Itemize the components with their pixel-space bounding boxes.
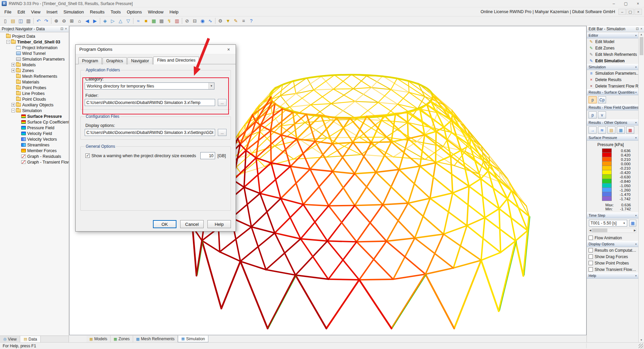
result-extremes-icon[interactable]: ▦ [626, 127, 634, 134]
dialog-close-icon[interactable]: × [222, 45, 236, 54]
model-icon[interactable]: ■ [142, 17, 150, 25]
tree-item-project-information[interactable]: Project Information [0, 45, 69, 50]
help-button[interactable]: Help [207, 220, 231, 228]
tree-item-wind-tunnel[interactable]: Wind Tunnel [0, 50, 69, 56]
tree-item-models[interactable]: +Models [0, 62, 69, 68]
tree-item-member-forces[interactable]: Member Forces [0, 148, 69, 153]
editbar-item-simulation-parameters[interactable]: ≡Simulation Parameters... [587, 70, 638, 76]
open-project-icon[interactable]: ▤ [9, 17, 17, 25]
collapse-icon[interactable]: − [11, 109, 15, 112]
zones-icon[interactable]: ▦ [150, 17, 158, 25]
undo-icon[interactable]: ↶ [35, 17, 42, 25]
view-in-z-icon[interactable]: ▽ [124, 17, 132, 25]
menu-window[interactable]: Window [145, 8, 166, 16]
flow-quantity-p-button[interactable]: p [589, 111, 597, 118]
zoom-window-icon[interactable]: ⊞ [68, 17, 76, 25]
editbar-item-edit-mesh-refinements[interactable]: ✎Edit Mesh Refinements [587, 51, 638, 58]
minimize-icon[interactable]: – [608, 0, 620, 7]
tree-item-pressure-field[interactable]: Pressure Field [0, 125, 69, 131]
dialog-tab-navigator[interactable]: Navigator [127, 57, 153, 64]
wind-tunnel-icon[interactable]: ≈ [134, 17, 142, 25]
viewport-tab-mesh-refinements[interactable]: ▩Mesh Refinements [133, 336, 178, 342]
viewport-tab-zones[interactable]: ▦Zones [111, 336, 133, 342]
tree-item-mesh-refinements[interactable]: Mesh Refinements [0, 73, 69, 79]
scrollbar-thumb[interactable] [640, 37, 643, 55]
display-option-results-on-computational[interactable]: Results on Computational ... [587, 247, 638, 253]
warning-size-input[interactable] [200, 152, 215, 159]
section-header-simulation[interactable]: Simulation ▾ [587, 64, 638, 70]
scroll-up-icon[interactable]: ▲ [640, 33, 643, 36]
streamline-icon[interactable]: ∿ [206, 17, 214, 25]
display-option-show-point-probes[interactable]: Show Point Probes [587, 260, 638, 266]
display-option-show-transient-flow-extre[interactable]: Show Transient Flow Extre... [587, 266, 638, 273]
section-header-display-options[interactable]: Display Options ▾ [587, 241, 638, 247]
section-header-surface-quantities[interactable]: Results - Surface Quantities ▾ [587, 89, 638, 95]
display-properties-icon[interactable]: ≡ [240, 17, 247, 25]
tree-item-surface-pressure[interactable]: Surface Pressure [0, 113, 69, 119]
slider-thumb[interactable] [592, 229, 607, 232]
tree-item-materials[interactable]: Materials [0, 79, 69, 85]
dialog-tab-files-and-directories[interactable]: Files and Directories [153, 57, 199, 64]
editbar-item-edit-simulation[interactable]: ✎Edit Simulation [587, 58, 638, 64]
folder-browse-button[interactable]: ... [218, 99, 227, 106]
results-icon[interactable]: ▥ [173, 17, 181, 25]
pin-icon[interactable]: ⊡ [61, 27, 63, 31]
dialog-titlebar[interactable]: Program Options × [76, 45, 236, 54]
tree-item-velocity-vectors[interactable]: Velocity Vectors [0, 136, 69, 142]
zoom-in-icon[interactable]: ⊕ [52, 17, 60, 25]
tree-item-project-data[interactable]: Project Data [0, 33, 69, 39]
edit-icon[interactable]: ✎ [232, 17, 240, 25]
result-values-icon[interactable]: → [589, 127, 597, 134]
edit-bar-scrollbar[interactable]: ▲ ▼ [638, 32, 644, 342]
clipping-plane-icon[interactable]: ⊘ [183, 17, 191, 25]
menu-simulation[interactable]: Simulation [61, 8, 87, 16]
tree-item-auxiliary-objects[interactable]: +Auxiliary Objects [0, 102, 69, 108]
category-select[interactable]: Working directory for temporary files ▼ [85, 82, 214, 90]
dialog-tab-program[interactable]: Program [78, 57, 102, 64]
next-view-icon[interactable]: ▶ [91, 17, 99, 25]
menu-file[interactable]: File [1, 8, 14, 16]
maximize-icon[interactable]: ▢ [620, 0, 632, 7]
menu-edit[interactable]: Edit [14, 8, 28, 16]
menu-help[interactable]: Help [166, 8, 182, 16]
tree-item-zones[interactable]: +Zones [0, 68, 69, 73]
mdi-close-icon[interactable]: × [635, 9, 642, 15]
redo-icon[interactable]: ↷ [42, 17, 50, 25]
tree-item-line-probes[interactable]: Line Probes [0, 91, 69, 96]
editbar-item-edit-zones[interactable]: ✎Edit Zones [587, 45, 638, 51]
transient-chart-button[interactable]: ▦ [629, 220, 636, 226]
menu-insert[interactable]: Insert [43, 8, 61, 16]
section-header-surface-pressure[interactable]: Surface Pressure ▾ [587, 135, 638, 141]
zoom-all-icon[interactable]: ⌂ [76, 17, 83, 25]
surface-quantity-cp-button[interactable]: Cp [598, 96, 606, 103]
tree-item-graph-transient-flow[interactable]: Graph - Transient Flow [0, 159, 69, 165]
filter-icon[interactable]: ▼ [224, 17, 232, 25]
program-options-icon[interactable]: ⚙ [216, 17, 224, 25]
menu-view[interactable]: View [28, 8, 43, 16]
flow-animation-option[interactable]: Flow Animation [587, 235, 638, 241]
tree-item-simulation[interactable]: −Simulation [0, 108, 69, 113]
section-header-flow-field-quantities[interactable]: Results - Flow Field Quantities ▾ [587, 104, 638, 110]
view-in-x-icon[interactable]: ▷ [109, 17, 117, 25]
expand-icon[interactable]: + [11, 63, 15, 67]
dialog-tab-graphics[interactable]: Graphics [103, 57, 127, 64]
flow-quantity-v-button[interactable]: v [598, 111, 606, 118]
tree-item-velocity-field[interactable]: Velocity Field [0, 131, 69, 136]
tree-item-streamlines[interactable]: Streamlines [0, 142, 69, 148]
scroll-down-icon[interactable]: ▼ [640, 339, 643, 342]
view-in-y-icon[interactable]: △ [117, 17, 124, 25]
result-layers-icon[interactable]: ≋ [598, 127, 606, 134]
close-icon[interactable]: × [632, 0, 644, 7]
section-header-time-step[interactable]: Time Step ▾ [587, 212, 638, 218]
save-icon[interactable]: ◫ [17, 17, 25, 25]
close-icon[interactable]: × [65, 27, 67, 31]
editbar-item-delete-transient-flow-results[interactable]: ×Delete Transient Flow Res... [587, 83, 638, 89]
editbar-item-delete-results[interactable]: ×Delete Results [587, 76, 638, 83]
scroll-right-icon[interactable]: ▶ [634, 229, 636, 232]
close-icon[interactable]: × [640, 27, 642, 31]
zoom-out-icon[interactable]: ⊖ [60, 17, 68, 25]
result-table-icon[interactable]: ▦ [617, 127, 625, 134]
flow-animation-checkbox[interactable] [589, 236, 593, 240]
checkbox[interactable] [589, 248, 593, 252]
pin-icon[interactable]: ⊡ [636, 27, 639, 31]
